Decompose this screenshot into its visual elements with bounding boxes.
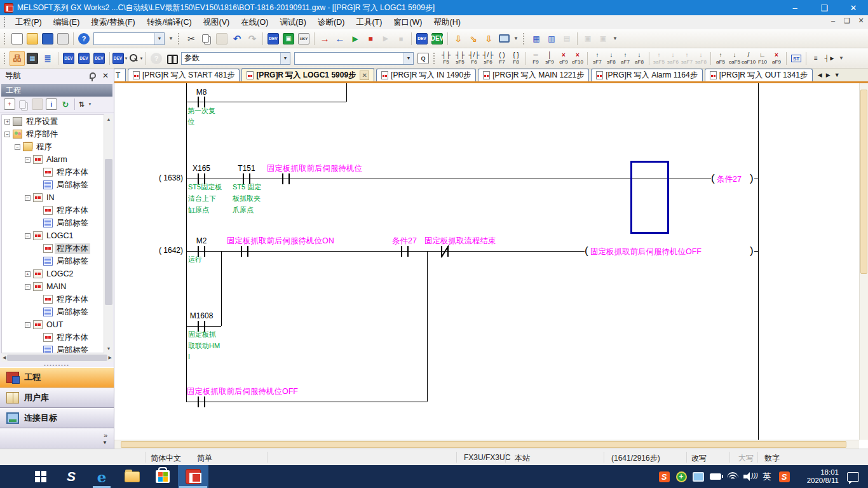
menu-item-9[interactable]: 窗口(W) (388, 16, 428, 29)
sampling-trace-button[interactable]: ▤ (559, 31, 574, 46)
find-in-page-button[interactable]: Q (416, 51, 431, 66)
module-configuration-button[interactable]: ▦ (25, 51, 40, 66)
tree-item-in-body[interactable]: 程序本体 (2, 204, 104, 217)
contact-servo-standby-on[interactable] (240, 246, 250, 257)
device-test-button[interactable]: DEV (430, 31, 445, 46)
toolbar-overflow-button[interactable]: ▼ (166, 32, 175, 46)
copy-object-button[interactable] (17, 97, 31, 111)
new-project-button[interactable] (10, 31, 25, 46)
chevron-expand-icon[interactable]: » (104, 431, 107, 439)
ladder-symbol-st-button[interactable]: ≡ (809, 50, 823, 67)
minimize-button[interactable]: – (780, 0, 810, 15)
edge-button[interactable]: e (86, 465, 117, 488)
jump-step-button[interactable]: ⇘ (466, 31, 481, 46)
program-list-button[interactable]: ≣ (40, 51, 55, 66)
coil-label-condition27[interactable]: 条件27 (717, 174, 742, 185)
ladder-symbol-saF5-button[interactable]: ↑saF5 (652, 50, 666, 67)
editor-vertical-scrollbar[interactable] (859, 83, 868, 440)
tree-item-main-label[interactable]: 局部标签 (2, 306, 104, 318)
scroll-down-icon[interactable]: ▼ (104, 344, 113, 353)
tab-scroll-right-icon[interactable]: ▶ (826, 72, 831, 78)
tab-overflow-icon[interactable]: ▼ (834, 72, 840, 78)
ladder-symbol-F10-button[interactable]: ∟F10 (756, 50, 770, 67)
ladder-symbol-sF9-button[interactable]: │sF9 (543, 50, 557, 67)
contact-nc-process-end[interactable] (440, 246, 450, 257)
search-app-button[interactable]: S (56, 465, 86, 488)
ladder-symbol-caF10-button[interactable]: /caF10 (742, 50, 756, 67)
modify-value-button[interactable]: HKY (296, 31, 311, 46)
tree-item-logc2[interactable]: +LOGC2 (2, 268, 104, 280)
menu-item-7[interactable]: 诊断(D) (312, 16, 350, 29)
chevron-down-icon[interactable]: ▼ (102, 440, 107, 445)
find-string-combo[interactable]: ▼ (294, 52, 414, 65)
scrollbar-thumb[interactable] (860, 90, 867, 274)
tree-expander-icon[interactable]: − (25, 195, 31, 201)
help-button[interactable]: ? (76, 31, 92, 46)
mdi-minimize-button[interactable]: – (829, 17, 837, 25)
menu-item-8[interactable]: 工具(T) (350, 16, 388, 29)
tab-in[interactable]: [PRG]R 写入 IN 1490步 (376, 69, 476, 81)
scrollbar-thumb[interactable] (105, 159, 112, 305)
ladder-symbol-sF8-button[interactable]: ↓sF8 (604, 50, 618, 67)
chevron-down-icon[interactable]: ▼ (280, 53, 290, 64)
monitor-stop-button[interactable]: ■ (363, 31, 378, 46)
monitor-stop-all-button[interactable]: ■ (393, 31, 409, 46)
read-from-plc-button[interactable]: ← (332, 31, 348, 46)
taskbar-clock[interactable]: 18:01 2020/8/11 (788, 465, 839, 488)
mdi-close-button[interactable]: ✕ (857, 17, 865, 25)
device-comment-button[interactable]: DEV (61, 51, 76, 66)
project-tree[interactable]: +程序设置−程序部件−程序−Alarm程序本体局部标签−IN程序本体局部标签−L… (1, 114, 104, 353)
navigation-toggle-button[interactable]: 品 (10, 51, 25, 66)
tree-item-logc1-body[interactable]: 程序本体 (2, 242, 104, 255)
tree-item-logc1[interactable]: −LOGC1 (2, 229, 104, 242)
maximize-button[interactable]: ❑ (810, 0, 839, 15)
device-batch-monitor-button[interactable]: DEV (414, 31, 430, 46)
tree-item-main-body[interactable]: 程序本体 (2, 293, 104, 306)
tree-expander-icon[interactable]: − (15, 144, 20, 150)
tree-item-out-body[interactable]: 程序本体 (2, 331, 104, 344)
tree-item-alarm-label[interactable]: 局部标签 (2, 179, 104, 191)
safety-tray-icon[interactable]: + (673, 465, 689, 488)
menu-item-2[interactable]: 搜索/替换(F) (85, 16, 140, 29)
tree-item-main[interactable]: −MAIN (2, 280, 104, 293)
tree-horizontal-scrollbar[interactable]: ◀ ▶ (1, 353, 113, 362)
ladder-symbol-aF9-button[interactable]: ×aF9 (770, 50, 783, 67)
ladder-cursor[interactable] (630, 161, 669, 234)
write-to-plc-button[interactable]: → (317, 31, 332, 46)
open-project-button[interactable] (25, 31, 40, 46)
tab-alarm[interactable]: [PRG]R 写入 Alarm 1164步 (591, 69, 702, 81)
save-project-button[interactable] (40, 31, 55, 46)
explorer-button[interactable] (117, 465, 147, 488)
ladder-symbol-cF9-button[interactable]: ×cF9 (557, 50, 571, 67)
menu-item-10[interactable]: 帮助(H) (428, 16, 466, 29)
ladder-symbol-F6-button[interactable]: ┤/├F6 (467, 50, 481, 67)
scroll-left-icon[interactable]: ◀ (3, 355, 6, 360)
close-button[interactable]: ✕ (839, 0, 868, 15)
tree-item-out-label[interactable]: 局部标签 (2, 344, 104, 353)
ladder-symbol-saF6-button[interactable]: ↓saF6 (666, 50, 680, 67)
menu-item-3[interactable]: 转换/编译(C) (141, 16, 198, 29)
find-target-combo[interactable]: 参数▼ (181, 52, 290, 65)
paste-object-button[interactable] (31, 97, 44, 111)
ladder-symbol-sF5-button[interactable]: ┤├sF5 (453, 50, 467, 67)
menu-item-0[interactable]: 工程(P) (10, 16, 48, 29)
ladder-symbol-caF5-button[interactable]: ↓caF5 (728, 50, 742, 67)
context-help-button[interactable]: ? (149, 51, 164, 66)
nav-overflow-area[interactable]: » ▼ (0, 428, 114, 449)
tab-logc1[interactable]: [PRG]R 写入 LOGC1 5909步✕ (241, 68, 374, 81)
property-button[interactable]: i (44, 97, 58, 111)
ladder-symbol-aF5-button[interactable]: ↑aF5 (714, 50, 728, 67)
entry-ladder-monitor-button[interactable]: ▥ (544, 31, 559, 46)
toolbar-overflow-button[interactable]: ▼ (611, 32, 620, 46)
ladder-symbol-saF7-button[interactable]: ↑saF7 (680, 50, 694, 67)
paste-button[interactable] (214, 31, 229, 46)
device-comment-edit-button[interactable]: DEV (266, 31, 281, 46)
device-display-button[interactable]: DEV▼ (112, 51, 128, 66)
redo-button[interactable]: ↷ (245, 31, 260, 46)
print-button[interactable] (55, 31, 71, 46)
store-button[interactable] (147, 465, 178, 488)
nav-view-connection-button[interactable]: 连接目标 (0, 408, 114, 428)
tree-expander-icon[interactable]: − (25, 157, 31, 163)
monitor-start-button[interactable]: ▶ (348, 31, 363, 46)
sort-button[interactable]: ⇅▼ (77, 97, 91, 111)
